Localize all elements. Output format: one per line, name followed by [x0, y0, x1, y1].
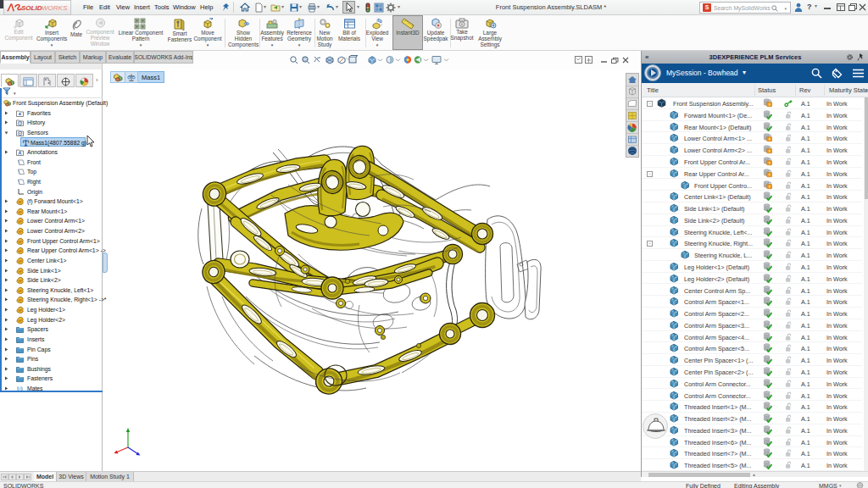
- svg-text:WORKS: WORKS: [42, 4, 68, 12]
- svg-text:SOLID: SOLID: [21, 4, 42, 12]
